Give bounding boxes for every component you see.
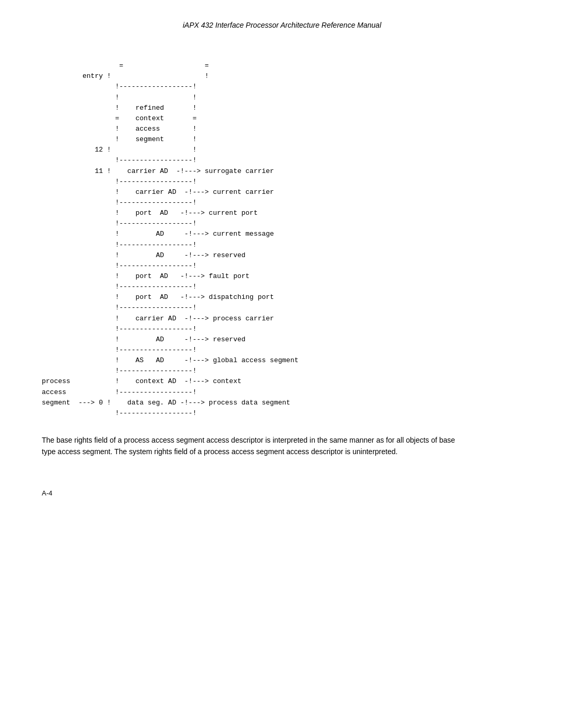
diagram-line-4: ! ! xyxy=(42,94,196,101)
diagram-line-19: ! AD -!---> reserved xyxy=(42,251,245,259)
diagram-line-34: !------------------! xyxy=(42,409,196,417)
diagram-line-7: ! access ! xyxy=(42,125,196,133)
diagram-line-20: !------------------! xyxy=(42,262,196,270)
diagram-container: = = entry ! ! !------------------! ! ! !… xyxy=(42,50,522,419)
diagram-line-30: !------------------! xyxy=(42,367,196,375)
diagram-line-32: access !------------------! xyxy=(42,388,196,396)
diagram-line-5: ! refined ! xyxy=(42,104,196,112)
diagram-line-25: ! carrier AD -!---> process carrier xyxy=(42,315,274,322)
diagram-line-16: !------------------! xyxy=(42,219,196,227)
diagram-line-18: !------------------! xyxy=(42,241,196,249)
diagram-line-10: !------------------! xyxy=(42,156,196,164)
diagram-line-2: entry ! ! xyxy=(42,72,209,80)
diagram-line-17: ! AD -!---> current message xyxy=(42,230,274,238)
diagram-line-14: !------------------! xyxy=(42,199,196,206)
diagram-line-3: !------------------! xyxy=(42,83,196,90)
diagram-line-22: !------------------! xyxy=(42,283,196,291)
diagram-line-12: !------------------! xyxy=(42,178,196,186)
diagram-line-33: segment ---> 0 ! data seg. AD -!---> pro… xyxy=(42,399,290,407)
diagram-line-23: ! port AD -!---> dispatching port xyxy=(42,293,274,301)
page-footer: A-4 xyxy=(42,489,522,497)
diagram-line-24: !------------------! xyxy=(42,304,196,311)
diagram-line-29: ! AS AD -!---> global access segment xyxy=(42,356,298,364)
page-header: iAPX 432 Interface Processor Architectur… xyxy=(42,21,522,29)
diagram-line-6: = context = xyxy=(42,114,196,122)
diagram-line-21: ! port AD -!---> fault port xyxy=(42,272,250,280)
diagram-line-27: ! AD -!---> reserved xyxy=(42,336,245,343)
diagram-line-9: 12 ! ! xyxy=(42,146,196,154)
diagram-line-13: ! carrier AD -!---> current carrier xyxy=(42,188,274,196)
diagram-line-11: 11 ! carrier AD -!---> surrogate carrier xyxy=(42,167,274,175)
diagram-line-28: !------------------! xyxy=(42,346,196,354)
diagram-line-8: ! segment ! xyxy=(42,135,196,143)
diagram-line-1: = = xyxy=(42,62,209,70)
diagram-line-26: !------------------! xyxy=(42,325,196,333)
diagram-line-31: process ! context AD -!---> context xyxy=(42,377,241,385)
diagram-line-15: ! port AD -!---> current port xyxy=(42,209,257,217)
body-text: The base rights field of a process acces… xyxy=(42,434,470,458)
